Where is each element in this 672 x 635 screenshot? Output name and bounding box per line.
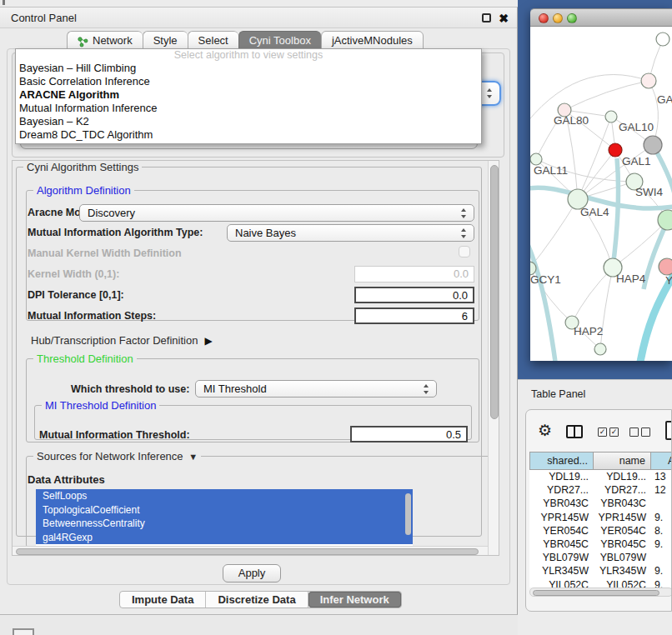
network-edge[interactable] — [530, 228, 555, 361]
table-cell — [651, 551, 672, 564]
network-node-label: GCY1 — [530, 273, 561, 286]
network-node[interactable] — [605, 111, 617, 122]
column-header-partial[interactable]: A — [651, 452, 672, 470]
column-layout-icon[interactable] — [566, 425, 583, 438]
table-cell: YIL052C — [529, 578, 594, 588]
mi-steps-label: Mutual Information Steps: — [28, 310, 156, 322]
tab-network[interactable]: Network — [67, 31, 143, 49]
table-row[interactable]: YBL079WYBL079W — [529, 551, 672, 564]
table-header-row: shared... name A — [529, 452, 672, 470]
table-horizontal-scrollbar[interactable] — [529, 588, 672, 597]
table-cell: 13 — [651, 470, 672, 483]
network-node[interactable] — [659, 258, 672, 275]
network-node[interactable] — [641, 73, 656, 88]
network-window-titlebar[interactable] — [530, 8, 672, 27]
dpi-tolerance-field[interactable]: 0.0 — [354, 287, 474, 303]
settings-vertical-scrollbar[interactable] — [488, 161, 499, 556]
table-row[interactable]: YDL19...YDL19...13 — [529, 470, 672, 483]
network-node[interactable] — [530, 153, 542, 165]
network-node-label: HAP2 — [574, 325, 603, 338]
dropdown-item[interactable]: Dream8 DC_TDC Algorithm — [16, 128, 481, 142]
table-cell: 12 — [651, 483, 672, 497]
network-edge[interactable] — [564, 81, 649, 110]
data-attributes-list[interactable]: SelfLoopsTopologicalCoefficientBetweenne… — [36, 489, 413, 546]
tab-impute-data[interactable]: Impute Data — [120, 592, 206, 608]
close-traffic-light-icon[interactable] — [539, 13, 549, 23]
hub-definition-expander[interactable]: Hub/Transcription Factor Definition▶ — [31, 334, 213, 347]
which-threshold-combobox[interactable]: MI Threshold — [195, 380, 437, 398]
dropdown-item[interactable]: Bayesian – Hill Climbing — [16, 62, 481, 75]
minimize-traffic-light-icon[interactable] — [553, 13, 563, 23]
scrollbar-thumb[interactable] — [16, 548, 479, 555]
table-cell — [651, 497, 672, 510]
table-row[interactable]: YPR145WYPR145W9. — [529, 511, 672, 524]
network-edge[interactable] — [530, 199, 578, 268]
dropdown-item[interactable]: ARACNE Algorithm — [16, 88, 481, 102]
tab-select[interactable]: Select — [188, 31, 238, 49]
expand-right-icon: ▶ — [204, 335, 212, 347]
column-header-name[interactable]: name — [594, 452, 651, 470]
cyni-settings-scrollpane: Cyni Algorithm Settings Algorithm Defini… — [12, 160, 499, 556]
combo-value: Discovery — [88, 205, 135, 221]
scrollbar-thumb[interactable] — [490, 165, 499, 419]
network-node[interactable] — [594, 343, 606, 355]
network-edge[interactable] — [613, 158, 619, 268]
dropdown-item[interactable]: Basic Correlation Inference — [16, 75, 481, 88]
settings-horizontal-scrollbar[interactable] — [13, 546, 488, 556]
table-row[interactable]: YBR045CYBR045C9. — [529, 538, 672, 551]
mi-steps-field[interactable]: 6 — [354, 308, 474, 324]
table-row[interactable]: YDR27...YDR27...12 — [529, 483, 672, 497]
network-canvas[interactable]: GALGAL80GAL10GAL1GAL11SWI4GAL4GCY1HAP4YH… — [530, 27, 672, 361]
mi-threshold-field[interactable]: 0.5 — [350, 426, 468, 442]
network-edge[interactable] — [644, 220, 668, 289]
attribute-list-item[interactable]: TopologicalCoefficient — [36, 503, 413, 518]
table-row[interactable]: YIL052CYIL052C9. — [529, 578, 672, 588]
manual-kernel-checkbox[interactable] — [459, 246, 470, 258]
tab-infer-network[interactable]: Infer Network — [308, 592, 401, 608]
deselect-all-icon[interactable] — [629, 428, 639, 437]
network-node[interactable] — [609, 143, 622, 157]
tab-jactivemnodules[interactable]: jActiveMNodules — [321, 31, 424, 49]
tab-discretize-data[interactable]: Discretize Data — [206, 592, 308, 608]
table-cell: YER054C — [529, 524, 594, 538]
network-node-label: GAL — [657, 93, 672, 106]
aracne-mode-combobox[interactable]: Discovery — [79, 204, 474, 222]
mi-algorithm-type-combobox[interactable]: Naive Bayes — [227, 224, 474, 242]
combo-value: MI Threshold — [203, 381, 267, 397]
table-row[interactable]: YER054CYER054C8. — [529, 524, 672, 538]
new-table-icon[interactable] — [665, 421, 672, 440]
network-node[interactable] — [656, 32, 669, 46]
select-all-icon[interactable]: ✓ — [598, 428, 607, 437]
attribute-list-item[interactable]: SelfLoops — [36, 489, 413, 503]
tab-cyni-toolbox[interactable]: Cyni Toolbox — [238, 31, 321, 49]
list-scrollbar-thumb[interactable] — [405, 493, 411, 535]
group-title: MI Threshold Definition — [42, 399, 159, 412]
select-all-icon[interactable]: ✓ — [609, 428, 619, 437]
table-row[interactable]: YBR043CYBR043C — [529, 497, 672, 510]
dropdown-items: Bayesian – Hill ClimbingBasic Correlatio… — [16, 62, 481, 142]
table-cell: YLR345W — [594, 564, 651, 578]
table-settings-gear-icon[interactable]: ⚙ — [538, 422, 552, 440]
collapse-down-icon[interactable]: ▼ — [186, 452, 198, 462]
tab-style[interactable]: Style — [143, 31, 188, 49]
network-edge[interactable] — [572, 268, 613, 322]
cyni-mode-tabs: Impute Data Discretize Data Infer Networ… — [119, 591, 402, 608]
network-node[interactable] — [658, 210, 672, 230]
table-row[interactable]: YLR345WYLR345W9. — [529, 564, 672, 578]
network-node-label: Y — [665, 274, 672, 287]
apply-button[interactable]: Apply — [223, 564, 281, 582]
tab-label: Select — [198, 32, 228, 49]
dropdown-item[interactable]: Bayesian – K2 — [16, 115, 481, 128]
column-header-shared-name[interactable]: shared... — [529, 452, 594, 470]
float-window-icon[interactable] — [482, 13, 491, 22]
deselect-all-icon[interactable] — [641, 428, 650, 437]
mi-threshold-label: Mutual Information Threshold: — [39, 429, 190, 441]
network-node[interactable] — [644, 136, 662, 154]
zoom-traffic-light-icon[interactable] — [567, 13, 577, 23]
attribute-list-item[interactable]: BetweennessCentrality — [36, 517, 413, 531]
kernel-width-field[interactable]: 0.0 — [354, 266, 474, 282]
dropdown-item[interactable]: Mutual Information Inference — [16, 102, 481, 115]
close-icon[interactable]: ✖ — [499, 11, 509, 26]
scrollbar-thumb[interactable] — [533, 590, 659, 596]
attribute-list-item[interactable]: gal4RGexp — [36, 531, 413, 545]
